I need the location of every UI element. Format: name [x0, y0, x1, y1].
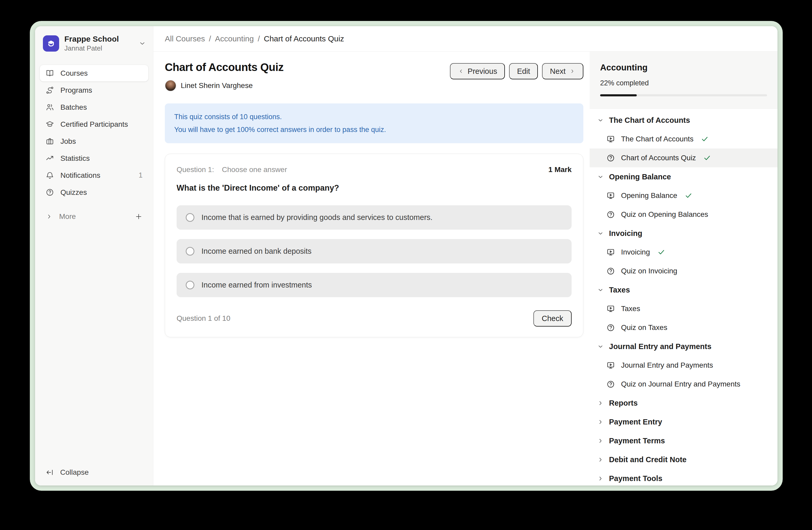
lesson-label: Quiz on Opening Balances: [621, 210, 708, 219]
chapter-reports[interactable]: Reports: [590, 393, 778, 413]
chevron-down-icon: [597, 230, 604, 237]
chapter-journal-entry-and-payments[interactable]: Journal Entry and Payments: [590, 337, 778, 356]
sidebar-item-courses[interactable]: Courses: [40, 65, 148, 81]
lesson-chart-of-accounts-quiz[interactable]: Chart of Accounts Quiz: [590, 149, 778, 167]
chapter-debit-and-credit-note[interactable]: Debit and Credit Note: [590, 450, 778, 469]
bell-icon: [45, 171, 54, 180]
lesson-invoicing[interactable]: Invoicing: [590, 243, 778, 262]
check-button[interactable]: Check: [533, 310, 571, 326]
question-text: What is the 'Direct Income' of a company…: [177, 183, 571, 193]
chapter-invoicing[interactable]: Invoicing: [590, 224, 778, 243]
quiz-icon: [606, 267, 615, 276]
course-progress-bar: [600, 94, 767, 96]
lesson-label: Quiz on Invoicing: [621, 267, 677, 275]
collapse-button[interactable]: Collapse: [40, 468, 148, 477]
sidebar-item-label: Quizzes: [60, 188, 87, 197]
lesson-journal-entry-and-payments[interactable]: Journal Entry and Payments: [590, 356, 778, 375]
chevron-down-icon: [597, 117, 604, 124]
quiz-icon: [606, 323, 615, 332]
next-button[interactable]: Next: [542, 63, 583, 79]
plus-icon[interactable]: [135, 213, 143, 221]
sidebar-item-more[interactable]: More: [40, 208, 148, 225]
completed-check-icon: [657, 248, 665, 256]
left-sidebar: Frappe School Jannat Patel CoursesProgra…: [35, 26, 153, 486]
completed-check-icon: [701, 135, 709, 143]
video-lesson-icon: [606, 192, 615, 200]
collapse-left-icon: [45, 468, 54, 477]
chapter-label: Payment Tools: [609, 474, 662, 483]
lesson-label: Invoicing: [621, 248, 650, 256]
chapter-opening-balance[interactable]: Opening Balance: [590, 167, 778, 186]
chapter-label: Payment Entry: [609, 418, 662, 426]
answer-option[interactable]: Income that is earned by providing goods…: [177, 205, 571, 229]
workspace-switcher[interactable]: Frappe School Jannat Patel: [40, 33, 148, 54]
radio-icon[interactable]: [186, 281, 194, 289]
chapter-the-chart-of-accounts[interactable]: The Chart of Accounts: [590, 111, 778, 130]
quiz-icon: [606, 154, 615, 162]
edit-label: Edit: [517, 67, 530, 76]
quiz-icon: [606, 210, 615, 219]
chapter-payment-entry[interactable]: Payment Entry: [590, 413, 778, 431]
lesson-quiz-on-opening-balances[interactable]: Quiz on Opening Balances: [590, 205, 778, 224]
book-icon: [45, 69, 54, 78]
lesson-opening-balance[interactable]: Opening Balance: [590, 186, 778, 205]
video-lesson-icon: [606, 305, 615, 313]
chevron-right-icon: [45, 213, 53, 220]
chapter-label: Debit and Credit Note: [609, 455, 686, 464]
sidebar-nav: CoursesProgramsBatchesCertified Particip…: [40, 65, 148, 200]
lesson-label: Journal Entry and Payments: [621, 361, 713, 369]
users-icon: [45, 103, 54, 112]
sidebar-item-batches[interactable]: Batches: [40, 99, 148, 115]
chevron-right-icon: [597, 418, 604, 426]
sidebar-item-statistics[interactable]: Statistics: [40, 150, 148, 167]
answer-option[interactable]: Income earned from investments: [177, 273, 571, 297]
chapter-payment-terms[interactable]: Payment Terms: [590, 431, 778, 450]
breadcrumb-separator: /: [258, 34, 260, 43]
previous-button[interactable]: Previous: [450, 63, 505, 79]
lesson-quiz-on-journal-entry-and-payments[interactable]: Quiz on Journal Entry and Payments: [590, 375, 778, 393]
option-label: Income that is earned by providing goods…: [201, 213, 432, 222]
chapter-taxes[interactable]: Taxes: [590, 280, 778, 299]
banner-line: You will have to get 100% correct answer…: [174, 123, 574, 136]
sidebar-item-jobs[interactable]: Jobs: [40, 133, 148, 150]
answer-option[interactable]: Income earned on bank deposits: [177, 239, 571, 263]
option-label: Income earned from investments: [201, 281, 312, 289]
sidebar-item-programs[interactable]: Programs: [40, 82, 148, 98]
question-instruction: Choose one answer: [222, 166, 287, 174]
lesson-quiz-on-invoicing[interactable]: Quiz on Invoicing: [590, 262, 778, 280]
radio-icon[interactable]: [186, 247, 194, 255]
workspace-user: Jannat Patel: [64, 44, 119, 52]
question-number-label: Question 1:: [177, 166, 214, 174]
lesson-taxes[interactable]: Taxes: [590, 299, 778, 318]
collapse-label: Collapse: [60, 468, 89, 477]
breadcrumb-all-courses[interactable]: All Courses: [165, 34, 205, 43]
breadcrumb-separator: /: [209, 34, 211, 43]
notification-count: 1: [139, 171, 143, 179]
chapter-payment-tools[interactable]: Payment Tools: [590, 469, 778, 486]
chevron-right-icon: [597, 400, 604, 407]
course-panel-header: Accounting 22% completed: [590, 52, 778, 109]
trend-icon: [45, 154, 54, 163]
completed-check-icon: [685, 192, 693, 199]
sidebar-item-certified-participants[interactable]: Certified Participants: [40, 116, 148, 132]
lesson-label: Opening Balance: [621, 192, 677, 200]
route-icon: [45, 86, 54, 95]
breadcrumb-course[interactable]: Accounting: [215, 34, 254, 43]
sidebar-item-label: Notifications: [60, 171, 100, 180]
chapter-label: The Chart of Accounts: [609, 116, 690, 125]
answer-options: Income that is earned by providing goods…: [177, 205, 571, 297]
edit-button[interactable]: Edit: [509, 63, 538, 79]
lesson-the-chart-of-accounts[interactable]: The Chart of Accounts: [590, 130, 778, 149]
banner-line: This quiz consists of 10 questions.: [174, 111, 574, 123]
sidebar-item-quizzes[interactable]: Quizzes: [40, 184, 148, 200]
radio-icon[interactable]: [186, 213, 194, 222]
sidebar-item-notifications[interactable]: Notifications1: [40, 167, 148, 184]
breadcrumb-current: Chart of Accounts Quiz: [264, 34, 344, 43]
question-card: Question 1: Choose one answer 1 Mark Wha…: [165, 154, 583, 337]
chapter-label: Payment Terms: [609, 436, 665, 445]
sidebar-item-label: Batches: [60, 103, 87, 112]
author-row: Linet Sherin Varghese: [165, 80, 284, 92]
video-lesson-icon: [606, 248, 615, 256]
content-row: Chart of Accounts Quiz Linet Sherin Varg…: [153, 52, 778, 486]
lesson-quiz-on-taxes[interactable]: Quiz on Taxes: [590, 318, 778, 337]
